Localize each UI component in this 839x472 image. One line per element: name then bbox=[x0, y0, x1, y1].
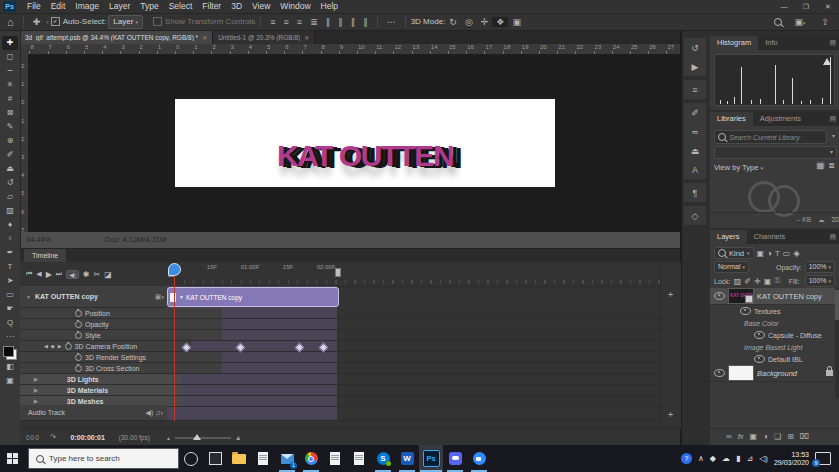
close-tab-icon[interactable]: ✕ bbox=[202, 34, 207, 41]
view-by-type-dropdown[interactable]: View by Type ▾ bbox=[714, 163, 763, 172]
lock-transparency-icon[interactable]: ▨ bbox=[734, 277, 742, 286]
clock[interactable]: 13:53 29/03/2020 bbox=[774, 451, 809, 467]
brush-settings-panel-icon[interactable]: ✐ bbox=[684, 103, 706, 122]
lasso-tool[interactable]: ∽ bbox=[2, 64, 18, 78]
start-button[interactable] bbox=[0, 445, 24, 472]
dodge-tool[interactable]: ♀ bbox=[2, 232, 18, 246]
menu-filter[interactable]: Filter bbox=[197, 0, 226, 13]
work-area-end-handle[interactable] bbox=[335, 268, 341, 277]
track-row-3d-cross-section[interactable]: 3D Cross Section bbox=[20, 363, 660, 374]
restore-button[interactable]: ❐ bbox=[795, 0, 817, 13]
share-icon[interactable]: ⇪ bbox=[817, 17, 833, 27]
panel-menu-icon[interactable]: ▤ bbox=[829, 112, 839, 126]
chrome-button[interactable] bbox=[299, 445, 323, 472]
blur-tool[interactable]: ♦ bbox=[2, 218, 18, 232]
align-middle-icon[interactable]: ∥ bbox=[334, 17, 347, 27]
3d-panel-icon[interactable]: ◇ bbox=[684, 206, 706, 225]
clone-source-panel-icon[interactable]: ⏏ bbox=[684, 141, 706, 160]
layer-row-kat-outten-copy[interactable]: KAT OUTTEN KAT OUTTEN copy bbox=[710, 288, 839, 305]
tab-adjustments[interactable]: Adjustments bbox=[753, 112, 808, 126]
previous-keyframe-icon[interactable]: ◀ bbox=[44, 343, 48, 349]
opacity-value[interactable]: 100% ▾ bbox=[805, 261, 835, 273]
clone-stamp-tool[interactable]: ⏏ bbox=[2, 162, 18, 176]
status-arrow-icon[interactable]: 〉 bbox=[172, 232, 180, 248]
rectangle-tool[interactable]: ▭ bbox=[2, 288, 18, 302]
tab-libraries[interactable]: Libraries bbox=[710, 112, 753, 126]
tab-layers[interactable]: Layers bbox=[710, 230, 747, 244]
taskbar-search-input[interactable]: Type here to search bbox=[28, 448, 179, 469]
hand-tool[interactable]: ☛ bbox=[2, 302, 18, 316]
align-center-h-icon[interactable]: ≡ bbox=[280, 17, 293, 27]
add-layer-mask-icon[interactable]: ▣ bbox=[750, 432, 758, 441]
rectangular-marquee-tool[interactable]: ◻ bbox=[2, 50, 18, 64]
transition-icon[interactable]: ◪ bbox=[104, 270, 112, 279]
healing-brush-tool[interactable]: ⊕ bbox=[2, 134, 18, 148]
crop-tool[interactable]: # bbox=[2, 92, 18, 106]
track-row-opacity[interactable]: Opacity bbox=[20, 319, 660, 330]
visibility-eye-icon[interactable] bbox=[754, 331, 765, 339]
lock-pixels-icon[interactable]: ✐ bbox=[744, 277, 751, 286]
lock-position-icon[interactable]: ✛ bbox=[754, 277, 761, 286]
zoom-level[interactable]: 34.44% bbox=[26, 232, 51, 248]
onedrive-cloud-icon[interactable]: ☁ bbox=[722, 454, 730, 463]
workspace-icon[interactable]: ▣▾ bbox=[790, 17, 809, 27]
mail-app-button[interactable]: 1 bbox=[275, 445, 299, 472]
filter-type-layers-icon[interactable]: T bbox=[775, 249, 780, 258]
menu-window[interactable]: Window bbox=[275, 0, 315, 13]
tab-channels[interactable]: Channels bbox=[747, 230, 793, 244]
next-frame-icon[interactable]: ⏭ bbox=[56, 270, 62, 278]
search-icon[interactable] bbox=[774, 18, 782, 26]
expand-arrow-icon[interactable]: ▶ bbox=[34, 376, 38, 382]
layer-row-background[interactable]: Background bbox=[710, 365, 839, 382]
render-shortcut-icon[interactable]: ↷ bbox=[50, 433, 57, 442]
document-app-button[interactable] bbox=[323, 445, 347, 472]
filter-pixel-layers-icon[interactable]: ▣ bbox=[757, 249, 765, 258]
expand-arrow-icon[interactable]: ▶ bbox=[34, 387, 38, 393]
list-view-icon[interactable]: ≣ bbox=[828, 161, 835, 170]
track-row-3d-camera-position[interactable]: ◀ ◆ ▶ 3D Camera Position bbox=[20, 341, 660, 352]
zoom-out-timeline-icon[interactable]: ▲ bbox=[166, 435, 171, 441]
previous-frame-icon[interactable]: ◀ bbox=[36, 270, 41, 278]
sync-cloud-icon[interactable]: ☁ bbox=[818, 216, 825, 224]
tab-timeline[interactable]: Timeline bbox=[24, 249, 66, 262]
stopwatch-icon[interactable] bbox=[75, 365, 82, 372]
grid-view-icon[interactable]: ▦ bbox=[816, 161, 826, 170]
discord-button[interactable] bbox=[443, 445, 467, 472]
layer-sub-capsule-diffuse[interactable]: Capsule - Diffuse bbox=[710, 329, 839, 341]
type-tool[interactable]: T bbox=[2, 260, 18, 274]
foreground-color-swatch[interactable] bbox=[3, 346, 14, 357]
edit-toolbar-icon[interactable]: ⋯ bbox=[2, 330, 18, 344]
file-explorer-button[interactable] bbox=[227, 445, 251, 472]
timeline-clip[interactable]: ▼ KAT OUTTEN copy bbox=[167, 287, 339, 307]
next-keyframe-icon[interactable]: ▶ bbox=[58, 343, 62, 349]
photoshop-taskbar-button[interactable]: Ps bbox=[419, 445, 443, 472]
blend-mode-dropdown[interactable]: Normal ▾ bbox=[714, 261, 749, 273]
move-tool[interactable]: ✚ bbox=[2, 36, 18, 50]
screen-mode-icon[interactable]: ▣ bbox=[2, 374, 18, 388]
track-group-3d-lights[interactable]: ▶3D Lights bbox=[20, 374, 660, 385]
task-view-button[interactable] bbox=[203, 445, 227, 472]
show-transform-checkbox[interactable] bbox=[153, 17, 162, 26]
color-swatches[interactable] bbox=[3, 346, 17, 360]
align-top-icon[interactable]: ∥ bbox=[322, 17, 335, 27]
menu-image[interactable]: Image bbox=[70, 0, 104, 13]
more-options-icon[interactable]: ⋯ bbox=[383, 17, 400, 27]
filter-shape-layers-icon[interactable]: ▭ bbox=[783, 249, 791, 258]
split-clip-icon[interactable]: ✂ bbox=[94, 270, 101, 279]
eyedropper-tool[interactable]: ✎ bbox=[2, 120, 18, 134]
volume-icon[interactable]: ◁) bbox=[759, 454, 768, 463]
action-center-icon[interactable]: 9 bbox=[815, 452, 831, 465]
menu-layer[interactable]: Layer bbox=[104, 0, 135, 13]
timeline-ruler[interactable]: 15F01:00F15F02:00F bbox=[167, 262, 660, 287]
paragraph-panel-icon[interactable]: ¶ bbox=[684, 183, 706, 202]
gradient-tool[interactable]: ▨ bbox=[2, 204, 18, 218]
word-button[interactable]: W bbox=[395, 445, 419, 472]
zoom-button[interactable] bbox=[467, 445, 491, 472]
stopwatch-icon[interactable] bbox=[75, 310, 82, 317]
move-tool-icon[interactable]: ✚ bbox=[29, 17, 45, 27]
home-icon[interactable]: ⌂ bbox=[3, 16, 18, 28]
visibility-eye-icon[interactable] bbox=[714, 369, 725, 377]
visibility-eye-icon[interactable] bbox=[754, 355, 765, 363]
menu-file[interactable]: File bbox=[22, 0, 46, 13]
cortana-button[interactable] bbox=[179, 445, 203, 472]
